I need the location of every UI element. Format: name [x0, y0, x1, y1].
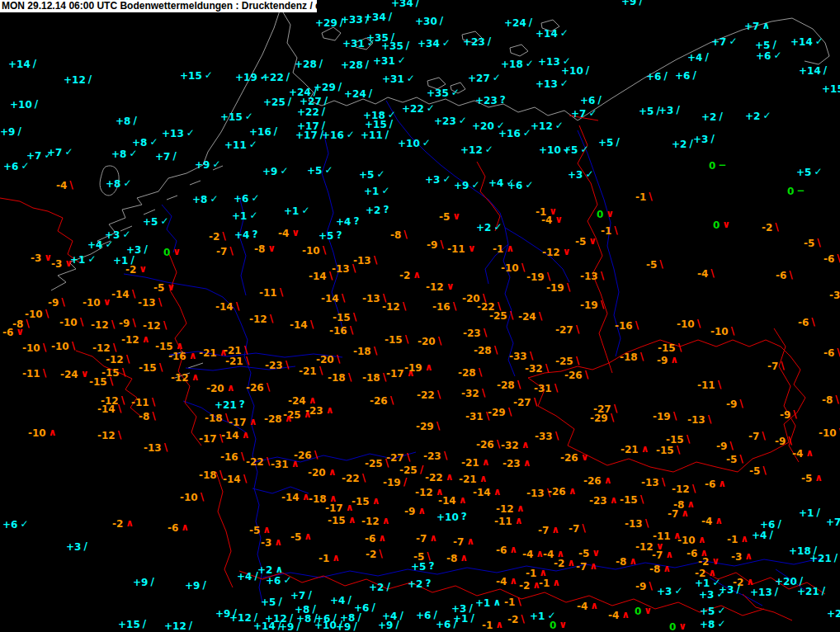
pressure-tendency-value: +24	[504, 17, 526, 29]
station: -5∧	[249, 525, 271, 536]
station: -14∧	[281, 492, 309, 503]
tendency-symbol: /	[385, 129, 389, 140]
tendency-symbol: /	[710, 133, 714, 144]
station: -22\	[246, 456, 270, 468]
pressure-tendency-value: -29	[416, 421, 434, 432]
station: -4∨	[278, 228, 300, 239]
station: -12\	[92, 342, 116, 354]
station: -1∧	[539, 578, 560, 589]
island	[510, 45, 528, 56]
pressure-tendency-value: -19	[383, 477, 401, 488]
station: -12\	[249, 314, 273, 325]
tendency-symbol: \	[132, 288, 135, 299]
tendency-symbol: \	[385, 457, 389, 469]
station: -3∨	[51, 258, 73, 270]
tendency-symbol: ∨	[559, 619, 567, 630]
station: +18✓	[501, 59, 534, 70]
pressure-tendency-value: -5	[290, 531, 301, 543]
pressure-tendency-value: -1	[504, 597, 515, 608]
pressure-tendency-value: -17	[325, 502, 343, 514]
tendency-symbol: \	[26, 318, 29, 329]
station: -13\	[580, 271, 604, 282]
pressure-tendency-value: 0	[163, 247, 170, 258]
station: -7\	[767, 361, 785, 372]
station: -14\	[223, 474, 247, 485]
tendency-symbol: /	[395, 619, 399, 630]
station: +8✓	[700, 619, 725, 630]
pressure-tendency-value: -15	[658, 342, 676, 354]
station: -21\	[299, 366, 323, 377]
pressure-tendency-value: -16	[220, 451, 238, 463]
pressure-tendency-value: -7	[453, 536, 464, 548]
pressure-tendency-value: +5	[307, 165, 322, 177]
pressure-tendency-value: +10	[314, 620, 337, 631]
pressure-tendency-value: -12	[415, 487, 433, 498]
pressure-tendency-value: +4	[488, 177, 503, 189]
pressure-tendency-value: +8	[116, 116, 130, 127]
tendency-symbol: \	[692, 483, 696, 494]
tendency-symbol: ∨	[644, 605, 652, 616]
pressure-tendency-value: -17	[199, 433, 217, 445]
tendency-symbol: \	[601, 270, 604, 281]
tendency-symbol: ∧	[372, 495, 380, 507]
station: -13\	[144, 442, 168, 454]
pressure-tendency-value: -14	[281, 492, 300, 503]
station: -14\	[290, 319, 314, 331]
pressure-tendency-value: -9	[780, 409, 790, 421]
station: -13\	[641, 477, 665, 488]
tendency-symbol: ✓	[249, 139, 257, 150]
pressure-tendency-value: -14	[111, 289, 130, 300]
station: +2✓	[745, 111, 771, 122]
tendency-symbol: \	[374, 345, 377, 356]
tendency-symbol: \	[236, 300, 239, 312]
tendency-symbol: /	[386, 581, 389, 592]
tendency-symbol: ∧	[176, 340, 184, 351]
tendency-symbol: /	[353, 620, 356, 632]
station: +23/	[827, 608, 840, 620]
tendency-symbol: /	[322, 106, 325, 117]
station: +15/	[118, 619, 146, 630]
station: +22/	[297, 106, 325, 118]
tendency-symbol: ✓	[585, 168, 593, 180]
tendency-symbol: ∧	[328, 466, 337, 478]
station: -2∧	[112, 518, 134, 530]
station: +5?	[411, 561, 434, 573]
station: -32\	[525, 363, 549, 375]
station: +5?	[319, 230, 342, 242]
tendency-symbol: ∨	[103, 296, 111, 308]
station: -15\	[385, 334, 408, 346]
station: -6∧	[496, 545, 517, 556]
tendency-symbol: \	[576, 323, 579, 335]
station: -12∧	[361, 516, 389, 527]
station: +9✓	[262, 166, 288, 177]
station: +11✓	[224, 139, 257, 151]
tendency-symbol: /	[692, 69, 696, 81]
pressure-tendency-value: -12	[542, 247, 560, 258]
tendency-symbol: \	[811, 316, 814, 328]
station: -5\	[646, 259, 663, 271]
pressure-tendency-value: 0	[713, 219, 720, 231]
tendency-symbol: ✓	[560, 78, 569, 89]
tendency-symbol: ∧	[590, 600, 598, 611]
pressure-tendency-value: -26	[370, 395, 388, 407]
pressure-tendency-value: +12	[164, 620, 186, 632]
station: -18\	[362, 372, 386, 384]
station: -23\	[463, 328, 487, 339]
pressure-tendency-value: +8	[192, 194, 207, 205]
tendency-symbol: \	[43, 367, 46, 379]
tendency-symbol: ∧	[479, 473, 488, 484]
pressure-tendency-value: +7	[711, 36, 726, 48]
tendency-symbol: ✓	[249, 210, 257, 221]
station: +6✓	[507, 180, 533, 191]
station: -21∧	[459, 474, 487, 485]
station: -15∧	[352, 496, 380, 507]
tendency-symbol: \	[788, 435, 791, 446]
tendency-symbol: ∧	[304, 531, 312, 542]
tendency-symbol: \	[585, 369, 588, 380]
station: -9\	[780, 409, 797, 421]
station: +29/	[314, 82, 342, 93]
tendency-symbol: \	[80, 316, 83, 328]
pressure-tendency-value: +9	[279, 621, 294, 632]
tendency-symbol: ∧	[762, 20, 770, 31]
station: -25\	[555, 356, 579, 367]
